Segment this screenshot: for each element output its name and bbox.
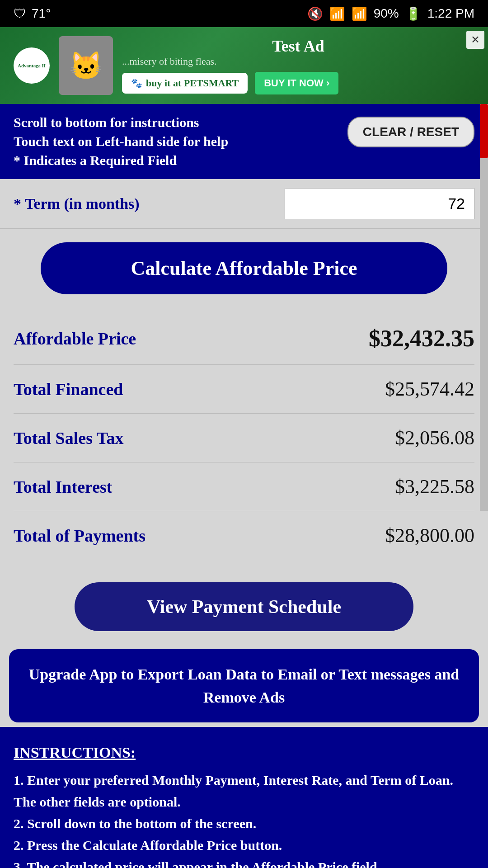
instruction-line2: Touch text on Left-hand side for help bbox=[14, 132, 228, 151]
total-interest-value: $3,225.58 bbox=[395, 475, 474, 498]
term-input[interactable] bbox=[285, 188, 474, 219]
instruction-step3: 2. Press the Calculate Affordable Price … bbox=[14, 835, 474, 856]
clear-reset-button[interactable]: CLEAR / RESET bbox=[347, 117, 474, 147]
total-sales-tax-value: $2,056.08 bbox=[395, 426, 474, 449]
total-financed-row: Total Financed $25,574.42 bbox=[14, 365, 474, 414]
total-financed-value: $25,574.42 bbox=[385, 377, 474, 401]
header-instructions: Scroll to bottom for instructions Touch … bbox=[0, 104, 488, 179]
battery-icon: 🔋 bbox=[405, 6, 421, 21]
total-financed-label: Total Financed bbox=[14, 379, 123, 399]
total-payments-label: Total of Payments bbox=[14, 526, 145, 546]
instructions-title: INSTRUCTIONS: bbox=[14, 741, 474, 765]
total-payments-row: Total of Payments $28,800.00 bbox=[14, 511, 474, 560]
ad-cat-image: 🐱 bbox=[59, 36, 113, 95]
instruction-step1: 1. Enter your preferred Monthly Payment,… bbox=[14, 769, 474, 813]
ad-text: Test Ad ...misery of biting fleas. 🐾 buy… bbox=[122, 37, 474, 94]
buy-now-button[interactable]: BUY IT NOW › bbox=[255, 72, 338, 94]
total-payments-value: $28,800.00 bbox=[385, 524, 474, 547]
affordable-price-label: Affordable Price bbox=[14, 329, 136, 349]
scrollbar-track[interactable] bbox=[480, 104, 488, 511]
scrollbar-thumb[interactable] bbox=[480, 104, 488, 158]
ad-sub-text: ...misery of biting fleas. bbox=[122, 56, 474, 67]
ad-close-button[interactable]: ✕ bbox=[466, 31, 484, 49]
ad-petsmart: 🐾 buy it at PETSMART bbox=[122, 73, 248, 94]
ad-banner: Advantage II 🐱 Test Ad ...misery of biti… bbox=[0, 27, 488, 104]
shield-icon: 🛡 bbox=[14, 6, 26, 21]
results-section: Affordable Price $32,432.35 Total Financ… bbox=[0, 308, 488, 569]
instruction-line1: Scroll to bottom for instructions bbox=[14, 113, 228, 132]
status-bar: 🛡 71° 🔇 📶 📶 90% 🔋 1:22 PM bbox=[0, 0, 488, 27]
total-sales-tax-label: Total Sales Tax bbox=[14, 428, 124, 448]
mute-icon: 🔇 bbox=[307, 6, 323, 21]
calculate-button[interactable]: Calculate Affordable Price bbox=[41, 242, 447, 294]
total-interest-label: Total Interest bbox=[14, 477, 113, 497]
affordable-price-row: Affordable Price $32,432.35 bbox=[14, 312, 474, 365]
upgrade-banner-text: Upgrade App to Export Loan Data to Email… bbox=[27, 663, 461, 709]
term-label: * Term (in months) bbox=[14, 195, 140, 212]
signal-icon: 📶 bbox=[352, 6, 367, 21]
time: 1:22 PM bbox=[427, 6, 474, 21]
instruction-step4: 3. The calculated price will appear in t… bbox=[14, 856, 474, 868]
advantage-logo: Advantage II bbox=[14, 47, 50, 84]
temperature: 71° bbox=[32, 6, 51, 21]
instructions-footer: INSTRUCTIONS: 1. Enter your preferred Mo… bbox=[0, 727, 488, 868]
instruction-step2: 2. Scroll down to the bottom of the scre… bbox=[14, 813, 474, 835]
term-row: * Term (in months) bbox=[0, 179, 488, 229]
view-payment-button[interactable]: View Payment Schedule bbox=[75, 582, 413, 631]
ad-test-label: Test Ad bbox=[122, 37, 474, 56]
instruction-line3: * Indicates a Required Field bbox=[14, 151, 228, 170]
affordable-price-value: $32,432.35 bbox=[369, 325, 474, 352]
upgrade-banner[interactable]: Upgrade App to Export Loan Data to Email… bbox=[9, 649, 479, 722]
total-interest-row: Total Interest $3,225.58 bbox=[14, 462, 474, 511]
battery-percent: 90% bbox=[374, 6, 399, 21]
wifi-icon: 📶 bbox=[329, 6, 345, 21]
total-sales-tax-row: Total Sales Tax $2,056.08 bbox=[14, 414, 474, 462]
